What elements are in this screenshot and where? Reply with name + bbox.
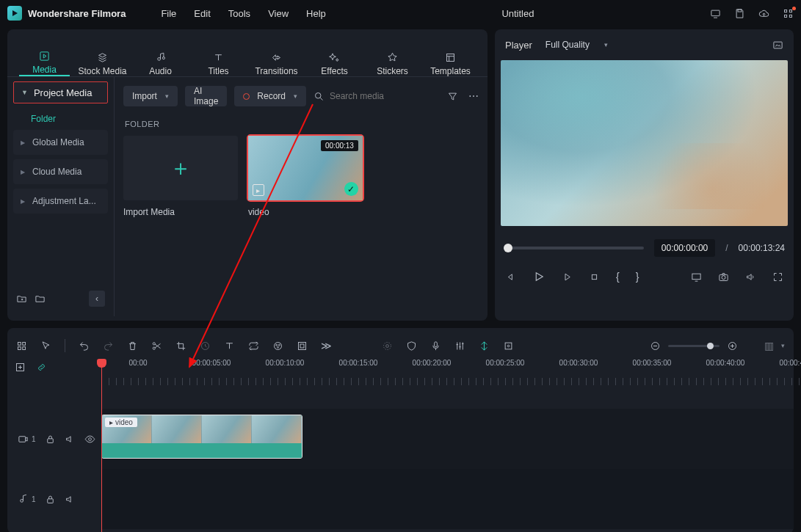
import-media-tile[interactable]: ＋ Import Media [123, 136, 238, 217]
svg-point-33 [386, 344, 389, 347]
sidebar-item-adjustment-layer[interactable]: ▶Adjustment La... [13, 189, 108, 214]
video-track-icon [18, 434, 29, 445]
zoom-in-icon[interactable] [727, 340, 738, 351]
apps-icon[interactable] [783, 8, 794, 19]
folder-icon[interactable] [35, 294, 46, 305]
prev-frame-icon[interactable] [505, 272, 516, 283]
svg-marker-9 [43, 54, 46, 58]
redo-icon[interactable] [103, 340, 114, 351]
tab-audio[interactable]: Audio [135, 34, 186, 76]
sidebar-item-cloud-media[interactable]: ▶Cloud Media [13, 159, 108, 184]
grid-icon[interactable] [16, 340, 27, 351]
svg-rect-21 [23, 342, 26, 345]
color-icon[interactable] [272, 340, 283, 351]
delete-icon[interactable] [127, 340, 138, 351]
loop-icon[interactable] [248, 340, 259, 351]
more-tools-icon[interactable]: ≫ [321, 340, 332, 351]
scrub-knob[interactable] [504, 244, 512, 252]
cursor-icon[interactable] [40, 340, 51, 351]
mic-icon[interactable] [430, 340, 441, 351]
menu-edit[interactable]: Edit [194, 8, 210, 19]
search-input[interactable] [330, 91, 440, 101]
add-track-icon[interactable] [15, 362, 26, 373]
svg-point-34 [384, 342, 391, 349]
add-to-timeline-icon[interactable]: ▸ [253, 184, 264, 196]
svg-rect-35 [435, 341, 438, 346]
svg-rect-32 [300, 344, 304, 348]
lock-icon[interactable] [45, 434, 56, 445]
next-frame-icon[interactable] [562, 272, 573, 283]
fullscreen-icon[interactable] [772, 272, 783, 283]
preview-panel: Player Full Quality▾ 00:00:00:00 / 00:00… [495, 29, 794, 321]
undo-icon[interactable] [79, 340, 90, 351]
svg-rect-2 [738, 9, 742, 11]
crop-icon[interactable] [175, 340, 186, 351]
sidebar-item-global-media[interactable]: ▶Global Media [13, 130, 108, 155]
svg-rect-31 [299, 342, 306, 349]
speed-icon[interactable] [200, 340, 211, 351]
filter-icon[interactable] [447, 90, 458, 102]
import-button[interactable]: Import▾ [123, 86, 178, 106]
cloud-upload-icon[interactable] [758, 8, 769, 19]
media-thumbnail-video[interactable]: 00:00:13 ▸ ✓ video [248, 136, 363, 217]
timeline-panel: ≫ ▥ ▾ 00:00 00:00:05:00 00:00:10:00 00:0… [7, 328, 794, 532]
timeline-clip-video[interactable]: ▸ video [101, 415, 302, 459]
marker-target-icon[interactable] [382, 340, 393, 351]
frame-icon[interactable] [297, 340, 308, 351]
collapse-sidebar-button[interactable]: ‹ [89, 291, 105, 307]
snapshot-icon[interactable] [772, 40, 783, 51]
title-bar: Wondershare Filmora File Edit Tools View… [0, 0, 801, 26]
snap-icon[interactable] [479, 340, 490, 351]
device-icon[interactable] [710, 8, 721, 19]
svg-rect-23 [23, 346, 26, 349]
tab-stock-media[interactable]: Stock Media [77, 34, 128, 76]
stop-icon[interactable] [589, 272, 600, 283]
tab-transitions[interactable]: Transitions [251, 34, 302, 76]
quality-dropdown[interactable]: Full Quality▾ [546, 40, 608, 50]
zoom-controls: ▥ ▾ [650, 340, 785, 351]
link-icon[interactable] [36, 362, 47, 373]
text-icon[interactable] [224, 340, 235, 351]
tab-titles[interactable]: Titles [193, 34, 244, 76]
mixer-icon[interactable] [454, 340, 465, 351]
lock-icon[interactable] [45, 494, 56, 505]
svg-point-37 [507, 345, 510, 347]
playhead[interactable] [101, 359, 102, 532]
mute-icon[interactable] [65, 494, 76, 505]
preview-controls: { } [495, 257, 794, 291]
split-icon[interactable] [151, 340, 162, 351]
menu-file[interactable]: File [161, 8, 176, 19]
menu-help[interactable]: Help [306, 8, 326, 19]
tab-stickers[interactable]: Stickers [367, 34, 418, 76]
tab-media[interactable]: Media [19, 34, 70, 76]
menu-tools[interactable]: Tools [228, 8, 250, 19]
eye-icon[interactable] [84, 434, 95, 445]
play-icon[interactable] [532, 270, 546, 283]
time-ruler[interactable]: 00:00 00:00:05:00 00:00:10:00 00:00:15:0… [101, 359, 801, 385]
record-button[interactable]: Record▾ [234, 86, 306, 106]
new-folder-icon[interactable] [16, 294, 27, 305]
zoom-fit-icon[interactable]: ▥ [764, 340, 774, 351]
ai-image-button[interactable]: AI Image [185, 86, 227, 106]
menu-view[interactable]: View [268, 8, 289, 19]
camera-icon[interactable] [718, 272, 729, 283]
scrub-bar[interactable] [504, 247, 644, 249]
zoom-out-icon[interactable] [650, 340, 661, 351]
timeline-toolbar: ≫ ▥ ▾ [7, 332, 794, 359]
zoom-slider[interactable] [668, 345, 720, 347]
volume-icon[interactable] [745, 272, 756, 283]
mute-icon[interactable] [65, 434, 76, 445]
svg-rect-6 [789, 15, 791, 17]
save-icon[interactable] [734, 8, 745, 19]
preview-viewport[interactable] [501, 60, 788, 226]
sidebar-item-project-media[interactable]: ▼Project Media [13, 81, 108, 103]
mark-in-icon[interactable]: { [616, 271, 620, 283]
guide-icon[interactable] [503, 340, 514, 351]
more-icon[interactable]: ⋯ [468, 90, 479, 102]
tab-templates[interactable]: Templates [425, 34, 476, 76]
duration-badge: 00:00:13 [321, 140, 358, 151]
tab-effects[interactable]: Effects [309, 34, 360, 76]
shield-icon[interactable] [406, 340, 417, 351]
mark-out-icon[interactable]: } [636, 271, 639, 283]
display-icon[interactable] [691, 272, 702, 283]
